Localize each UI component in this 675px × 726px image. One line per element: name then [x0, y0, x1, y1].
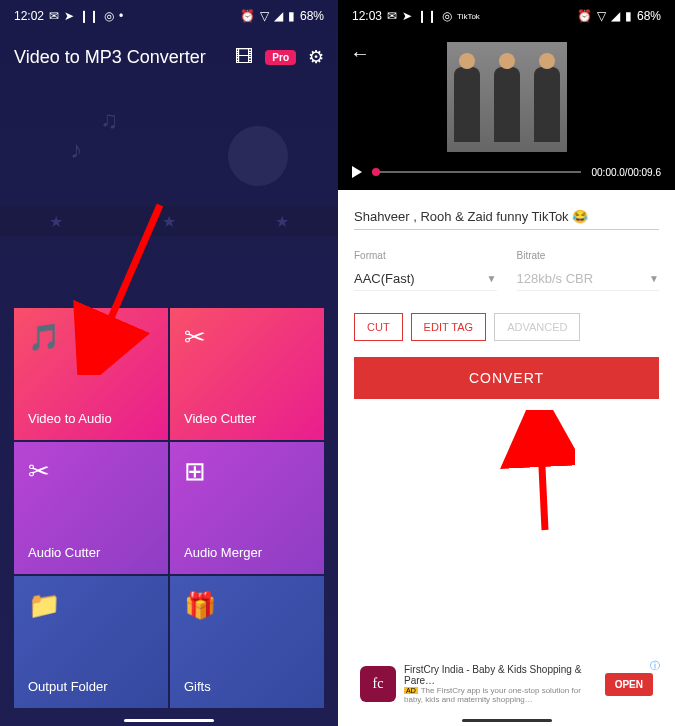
gear-icon[interactable]: ⚙: [308, 46, 324, 68]
pause-icon: ❙❙: [417, 9, 437, 23]
bitrate-dropdown[interactable]: 128kb/s CBR ▼: [517, 267, 660, 291]
whatsapp-icon: ✉: [49, 9, 59, 23]
film-reel-icon: [228, 126, 288, 186]
person-silhouette: [454, 67, 480, 142]
tile-audio-cutter[interactable]: ✂ Audio Cutter: [14, 442, 168, 574]
status-bar: 12:02 ✉ ➤ ❙❙ ◎ • ⏰ ▽ ◢ ▮ 68%: [0, 0, 338, 32]
convert-form: Format AAC(Fast) ▼ Bitrate 128kb/s CBR ▼…: [338, 190, 675, 413]
tile-label: Output Folder: [28, 679, 154, 694]
dot-icon: •: [119, 9, 123, 23]
decorative-area: ♫ ♪ ★ ★ ★: [0, 76, 338, 226]
back-button[interactable]: ←: [350, 42, 370, 65]
status-time: 12:02: [14, 9, 44, 23]
music-note-icon: ♪: [70, 136, 82, 164]
player-controls: 00:00.0/00:09.6: [352, 166, 661, 178]
edit-tag-button[interactable]: EDIT TAG: [411, 313, 487, 341]
battery-text: 68%: [637, 9, 661, 23]
tile-video-to-audio[interactable]: 🎵 Video to Audio: [14, 308, 168, 440]
circle-icon: ◎: [104, 9, 114, 23]
battery-icon: ▮: [288, 9, 295, 23]
progress-bar[interactable]: [372, 171, 581, 173]
app-home-screen: 12:02 ✉ ➤ ❙❙ ◎ • ⏰ ▽ ◢ ▮ 68% Video to MP…: [0, 0, 338, 726]
title-input[interactable]: [354, 204, 659, 230]
video-preview: 12:03 ✉ ➤ ❙❙ ◎ TikTok ⏰ ▽ ◢ ▮ 68% ←: [338, 0, 675, 190]
tile-label: Audio Cutter: [28, 545, 154, 560]
app-sub-text: TikTok: [457, 12, 480, 21]
person-silhouette: [534, 67, 560, 142]
format-value: AAC(Fast): [354, 271, 415, 286]
status-time: 12:03: [352, 9, 382, 23]
advanced-button[interactable]: ADVANCED: [494, 313, 580, 341]
film-strip: ★ ★ ★: [0, 206, 338, 236]
telegram-icon: ➤: [64, 9, 74, 23]
chevron-down-icon: ▼: [649, 273, 659, 284]
tile-gifts[interactable]: 🎁 Gifts: [170, 576, 324, 708]
tile-output-folder[interactable]: 📁 Output Folder: [14, 576, 168, 708]
video-audio-icon: 🎵: [28, 322, 154, 353]
wifi-icon: ▽: [597, 9, 606, 23]
tiles-grid: 🎵 Video to Audio ✂ Video Cutter ✂ Audio …: [0, 308, 338, 708]
battery-text: 68%: [300, 9, 324, 23]
wand-icon[interactable]: 🎞: [235, 47, 253, 68]
scissors-icon: ✂: [184, 322, 310, 353]
music-note-icon: ♫: [100, 106, 118, 134]
progress-thumb[interactable]: [372, 168, 380, 176]
signal-icon: ◢: [611, 9, 620, 23]
folder-icon: 📁: [28, 590, 154, 621]
gift-icon: 🎁: [184, 590, 310, 621]
ad-open-button[interactable]: OPEN: [605, 673, 653, 696]
merge-icon: ⊞: [184, 456, 310, 487]
convert-button[interactable]: CONVERT: [354, 357, 659, 399]
whatsapp-icon: ✉: [387, 9, 397, 23]
wifi-icon: ▽: [260, 9, 269, 23]
chevron-down-icon: ▼: [487, 273, 497, 284]
circle-icon: ◎: [442, 9, 452, 23]
video-thumbnail[interactable]: [447, 42, 567, 152]
telegram-icon: ➤: [402, 9, 412, 23]
star-icon: ★: [162, 212, 176, 231]
ad-banner[interactable]: fc FirstCry India - Baby & Kids Shopping…: [354, 658, 659, 710]
home-indicator[interactable]: [124, 719, 214, 722]
pro-badge[interactable]: Pro: [265, 50, 296, 65]
scissors-icon: ✂: [28, 456, 154, 487]
tile-label: Audio Merger: [184, 545, 310, 560]
alarm-icon: ⏰: [240, 9, 255, 23]
star-icon: ★: [49, 212, 63, 231]
app-header: Video to MP3 Converter 🎞 Pro ⚙: [0, 32, 338, 76]
status-bar: 12:03 ✉ ➤ ❙❙ ◎ TikTok ⏰ ▽ ◢ ▮ 68%: [338, 0, 675, 32]
person-silhouette: [494, 67, 520, 142]
tile-label: Video Cutter: [184, 411, 310, 426]
format-dropdown[interactable]: AAC(Fast) ▼: [354, 267, 497, 291]
bitrate-field: Bitrate 128kb/s CBR ▼: [517, 250, 660, 291]
bitrate-label: Bitrate: [517, 250, 660, 261]
ad-title: FirstCry India - Baby & Kids Shopping & …: [404, 664, 597, 686]
star-icon: ★: [275, 212, 289, 231]
format-label: Format: [354, 250, 497, 261]
cut-button[interactable]: CUT: [354, 313, 403, 341]
format-field: Format AAC(Fast) ▼: [354, 250, 497, 291]
ad-subtitle: The FirstCry app is your one-stop soluti…: [404, 686, 581, 704]
ad-badge: AD: [404, 687, 418, 694]
tile-audio-merger[interactable]: ⊞ Audio Merger: [170, 442, 324, 574]
time-display: 00:00.0/00:09.6: [591, 167, 661, 178]
signal-icon: ◢: [274, 9, 283, 23]
alarm-icon: ⏰: [577, 9, 592, 23]
ad-app-icon: fc: [360, 666, 396, 702]
page-title: Video to MP3 Converter: [14, 47, 206, 68]
home-indicator[interactable]: [462, 719, 552, 722]
pause-icon: ❙❙: [79, 9, 99, 23]
tile-label: Gifts: [184, 679, 310, 694]
tile-video-cutter[interactable]: ✂ Video Cutter: [170, 308, 324, 440]
annotation-arrow: [495, 410, 575, 540]
battery-icon: ▮: [625, 9, 632, 23]
svg-line-3: [540, 425, 545, 530]
play-button[interactable]: [352, 166, 362, 178]
tile-label: Video to Audio: [28, 411, 154, 426]
bitrate-value: 128kb/s CBR: [517, 271, 594, 286]
convert-screen: 12:03 ✉ ➤ ❙❙ ◎ TikTok ⏰ ▽ ◢ ▮ 68% ←: [338, 0, 675, 726]
